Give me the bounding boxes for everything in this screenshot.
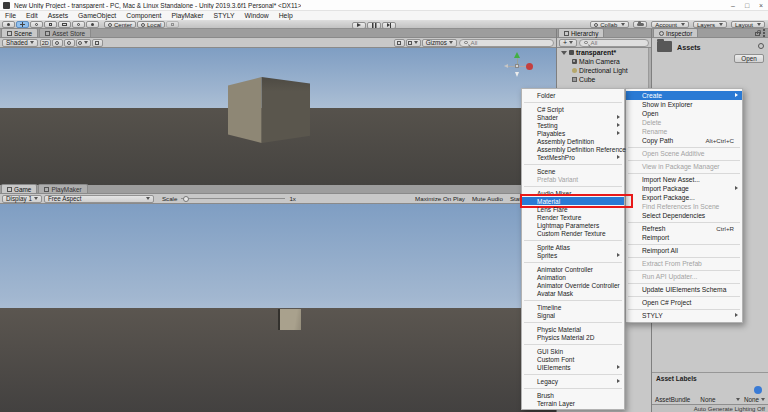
menu-item-import-package[interactable]: Import Package: [626, 184, 742, 193]
hidden-objects-button[interactable]: [92, 39, 103, 47]
menu-item-testing[interactable]: Testing: [522, 121, 624, 129]
close-icon[interactable]: ×: [754, 0, 768, 11]
pause-button[interactable]: [367, 22, 381, 29]
menu-item-reimport-all[interactable]: Reimport All: [626, 246, 742, 255]
menu-item-create[interactable]: Create: [626, 91, 742, 100]
menu-item-export-package[interactable]: Export Package...: [626, 193, 742, 202]
hierarchy-scrollbar[interactable]: [648, 48, 651, 88]
menu-item-terrain-layer[interactable]: Terrain Layer: [522, 399, 624, 407]
menu-assets[interactable]: Assets: [43, 11, 73, 21]
menu-item-update-uielements-schema[interactable]: Update UIElements Schema: [626, 285, 742, 294]
scale-slider[interactable]: Scale 1x: [162, 195, 296, 202]
gizmos-dropdown[interactable]: Gizmos: [422, 39, 457, 47]
gear-icon[interactable]: [758, 43, 764, 49]
menu-item-refresh[interactable]: RefreshCtrl+R: [626, 224, 742, 233]
rect-tool-button[interactable]: [58, 21, 71, 28]
game-viewport[interactable]: [0, 204, 556, 412]
collapse-caret-icon[interactable]: [561, 51, 567, 55]
tab-playmaker[interactable]: PlayMaker: [38, 184, 87, 193]
tab-game[interactable]: Game: [1, 184, 37, 193]
maximize-icon[interactable]: □: [740, 0, 754, 11]
audio-toggle-button[interactable]: [64, 39, 75, 47]
menu-item-legacy[interactable]: Legacy: [522, 377, 624, 385]
toggle-2d-button[interactable]: 2D: [40, 39, 51, 47]
scale-tool-button[interactable]: [44, 21, 57, 28]
menu-item-timeline[interactable]: Timeline: [522, 303, 624, 311]
menu-item-custom-render-texture[interactable]: Custom Render Texture: [522, 229, 624, 237]
menu-item-sprite-atlas[interactable]: Sprite Atlas: [522, 243, 624, 251]
display-dropdown[interactable]: Display 1: [2, 195, 42, 203]
menu-item-lightmap-parameters[interactable]: Lightmap Parameters: [522, 221, 624, 229]
move-tool-button[interactable]: [16, 21, 29, 28]
menu-item-assembly-definition[interactable]: Assembly Definition: [522, 137, 624, 145]
space-toggle-button[interactable]: Local: [137, 21, 165, 28]
mute-audio-toggle[interactable]: Mute Audio: [472, 195, 503, 202]
add-object-dropdown[interactable]: +: [559, 39, 577, 47]
menu-gameobject[interactable]: GameObject: [73, 11, 121, 21]
hand-tool-button[interactable]: [2, 21, 15, 28]
menu-item-physic-material[interactable]: Physic Material: [522, 325, 624, 333]
menu-styly[interactable]: STYLY: [208, 11, 239, 21]
menu-help[interactable]: Help: [274, 11, 298, 21]
menu-item-assembly-definition-reference[interactable]: Assembly Definition Reference: [522, 145, 624, 153]
menu-item-gui-skin[interactable]: GUI Skin: [522, 347, 624, 355]
lock-icon[interactable]: [755, 32, 760, 36]
step-button[interactable]: [382, 22, 396, 29]
menu-item-physics-material-2d[interactable]: Physics Material 2D: [522, 333, 624, 341]
draw-mode-dropdown[interactable]: Shaded: [2, 39, 38, 47]
menu-item-c-script[interactable]: C# Script: [522, 105, 624, 113]
menu-item-lens-flare[interactable]: Lens Flare: [522, 205, 624, 213]
tab-asset-store[interactable]: Asset Store: [39, 28, 91, 37]
collab-dropdown[interactable]: Collab: [590, 21, 629, 28]
scene-search-input[interactable]: All: [459, 39, 554, 47]
menu-item-scene[interactable]: Scene: [522, 167, 624, 175]
menu-component[interactable]: Component: [121, 11, 166, 21]
assetbundle-dropdown[interactable]: None: [700, 396, 740, 403]
gizmo-center-cube[interactable]: [515, 64, 519, 68]
menu-item-material[interactable]: Material: [522, 197, 624, 205]
maximize-on-play-toggle[interactable]: Maximize On Play: [415, 195, 465, 202]
menu-window[interactable]: Window: [240, 11, 274, 21]
transform-tool-button[interactable]: [72, 21, 85, 28]
layers-dropdown[interactable]: Layers: [693, 21, 727, 28]
lighting-toggle-button[interactable]: [52, 39, 63, 47]
z-axis-icon[interactable]: [504, 64, 508, 68]
menu-item-textmeshpro[interactable]: TextMeshPro: [522, 153, 624, 161]
menu-playmaker[interactable]: PlayMaker: [166, 11, 208, 21]
hierarchy-item-cube[interactable]: Cube: [557, 75, 651, 84]
menu-item-shader[interactable]: Shader: [522, 113, 624, 121]
scene-viewport[interactable]: [0, 48, 556, 185]
snap-button[interactable]: [166, 21, 179, 28]
menu-item-styly[interactable]: STYLY: [626, 311, 742, 320]
hierarchy-search-input[interactable]: All: [579, 39, 649, 47]
scene-orientation-gizmo[interactable]: [502, 52, 534, 84]
menu-item-audio-mixer[interactable]: Audio Mixer: [522, 189, 624, 197]
hierarchy-item-directional-light[interactable]: Directional Light: [557, 66, 651, 75]
menu-item-playables[interactable]: Playables: [522, 129, 624, 137]
kebab-menu-icon[interactable]: [763, 29, 765, 37]
menu-item-animator-controller[interactable]: Animator Controller: [522, 265, 624, 273]
scale-track[interactable]: [181, 198, 285, 199]
cloud-button[interactable]: [633, 21, 647, 28]
tab-scene[interactable]: Scene: [1, 28, 38, 37]
menu-item-avatar-mask[interactable]: Avatar Mask: [522, 289, 624, 297]
menu-edit[interactable]: Edit: [21, 11, 43, 21]
open-button[interactable]: Open: [734, 54, 764, 63]
custom-tool-button[interactable]: [86, 21, 99, 28]
menu-item-custom-font[interactable]: Custom Font: [522, 355, 624, 363]
menu-item-reimport[interactable]: Reimport: [626, 233, 742, 242]
menu-item-show-in-explorer[interactable]: Show in Explorer: [626, 100, 742, 109]
pivot-toggle-button[interactable]: Center: [104, 21, 136, 28]
menu-item-animator-override-controller[interactable]: Animator Override Controller: [522, 281, 624, 289]
scene-cube-object[interactable]: [228, 77, 310, 143]
menu-item-render-texture[interactable]: Render Texture: [522, 213, 624, 221]
aspect-dropdown[interactable]: Free Aspect: [44, 195, 154, 203]
assetbundle-variant-dropdown[interactable]: None: [744, 396, 765, 403]
rotate-tool-button[interactable]: [30, 21, 43, 28]
menu-item-folder[interactable]: Folder: [522, 91, 624, 99]
menu-item-copy-path[interactable]: Copy PathAlt+Ctrl+C: [626, 136, 742, 145]
tab-hierarchy[interactable]: Hierarchy: [558, 28, 604, 37]
menu-item-uielements[interactable]: UIElements: [522, 363, 624, 371]
label-icon[interactable]: [754, 386, 762, 394]
lighting-status-bar[interactable]: Auto Generate Lighting Off: [652, 404, 768, 412]
